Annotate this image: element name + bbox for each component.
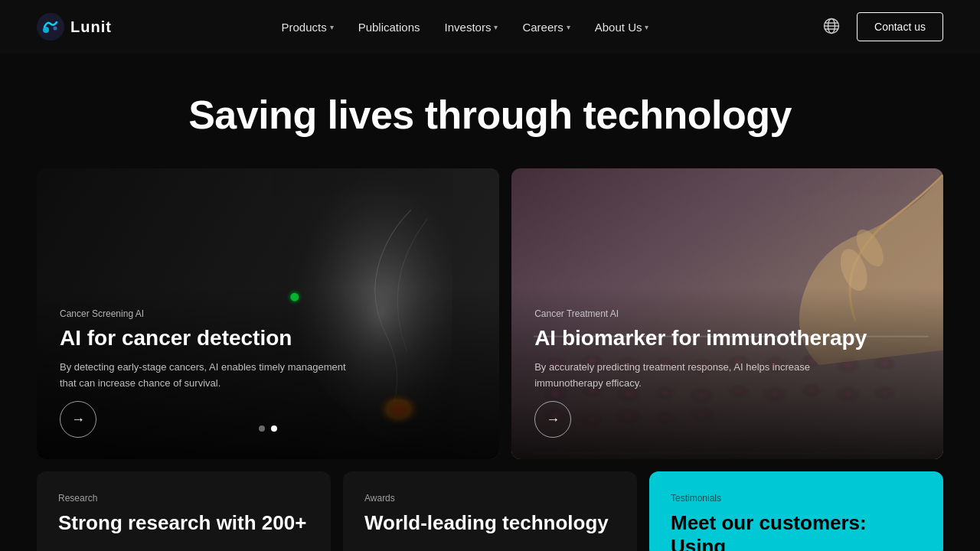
nav-links: Products ▾ Publications Investors ▾ Care… bbox=[281, 21, 648, 34]
card-desc-immunotherapy: By accurately predicting treatment respo… bbox=[534, 360, 825, 392]
bottom-card-title-research: Strong research with 200+ bbox=[58, 511, 309, 535]
hero-headline: Saving lives through technology bbox=[0, 92, 980, 138]
bottom-card-title-awards: World-leading technology bbox=[364, 511, 616, 535]
chevron-down-icon: ▾ bbox=[567, 23, 570, 31]
globe-icon bbox=[823, 18, 840, 34]
nav-right: Contact us bbox=[818, 12, 943, 41]
arrow-button-screening[interactable]: → bbox=[60, 401, 96, 438]
bottom-card-tag-testimonials: Testimonials bbox=[671, 493, 922, 504]
chevron-down-icon: ▾ bbox=[330, 23, 334, 31]
cards-row: Cancer Screening AI AI for cancer detect… bbox=[0, 168, 980, 459]
card-immunotherapy[interactable]: Cancer Treatment AI AI biomarker for imm… bbox=[511, 168, 943, 459]
chevron-down-icon: ▾ bbox=[645, 23, 648, 31]
svg-point-2 bbox=[54, 27, 57, 31]
bottom-card-tag-research: Research bbox=[58, 493, 309, 504]
logo[interactable]: Lunit bbox=[37, 13, 112, 41]
contact-button[interactable]: Contact us bbox=[857, 12, 943, 41]
nav-item-products[interactable]: Products ▾ bbox=[281, 21, 333, 34]
language-button[interactable] bbox=[818, 13, 844, 41]
card-title-screening: AI for cancer detection bbox=[60, 325, 476, 351]
dot-1[interactable] bbox=[259, 425, 265, 432]
chevron-down-icon: ▾ bbox=[494, 23, 498, 31]
card-tag-screening: Cancer Screening AI bbox=[60, 308, 476, 319]
bottom-card-awards[interactable]: Awards World-leading technology bbox=[343, 471, 637, 551]
bottom-card-testimonials[interactable]: Testimonials Meet our customers: Using bbox=[649, 471, 943, 551]
dot-2[interactable] bbox=[271, 425, 277, 432]
bottom-row: Research Strong research with 200+ Award… bbox=[0, 459, 980, 551]
navbar: Lunit Products ▾ Publications Investors … bbox=[0, 0, 980, 54]
card-cancer-screening[interactable]: Cancer Screening AI AI for cancer detect… bbox=[37, 168, 499, 459]
card-content-screening: Cancer Screening AI AI for cancer detect… bbox=[37, 287, 499, 459]
card-desc-screening: By detecting early-stage cancers, AI ena… bbox=[60, 360, 351, 392]
bottom-card-title-testimonials: Meet our customers: Using bbox=[671, 511, 922, 551]
card-tag-immunotherapy: Cancer Treatment AI bbox=[534, 308, 920, 319]
card-title-immunotherapy: AI biomarker for immunotherapy bbox=[534, 325, 920, 351]
slide-dots bbox=[259, 425, 277, 432]
arrow-button-immunotherapy[interactable]: → bbox=[534, 401, 571, 438]
logo-text: Lunit bbox=[70, 18, 112, 36]
nav-item-publications[interactable]: Publications bbox=[358, 21, 420, 34]
hero-section: Saving lives through technology bbox=[0, 54, 980, 168]
nav-item-aboutus[interactable]: About Us ▾ bbox=[595, 21, 649, 34]
nav-item-careers[interactable]: Careers ▾ bbox=[522, 21, 570, 34]
nav-item-investors[interactable]: Investors ▾ bbox=[445, 21, 498, 34]
svg-point-0 bbox=[37, 13, 64, 41]
card-content-immunotherapy: Cancer Treatment AI AI biomarker for imm… bbox=[511, 287, 943, 459]
bottom-card-research[interactable]: Research Strong research with 200+ bbox=[37, 471, 331, 551]
bottom-card-tag-awards: Awards bbox=[364, 493, 616, 504]
svg-point-1 bbox=[43, 27, 49, 33]
